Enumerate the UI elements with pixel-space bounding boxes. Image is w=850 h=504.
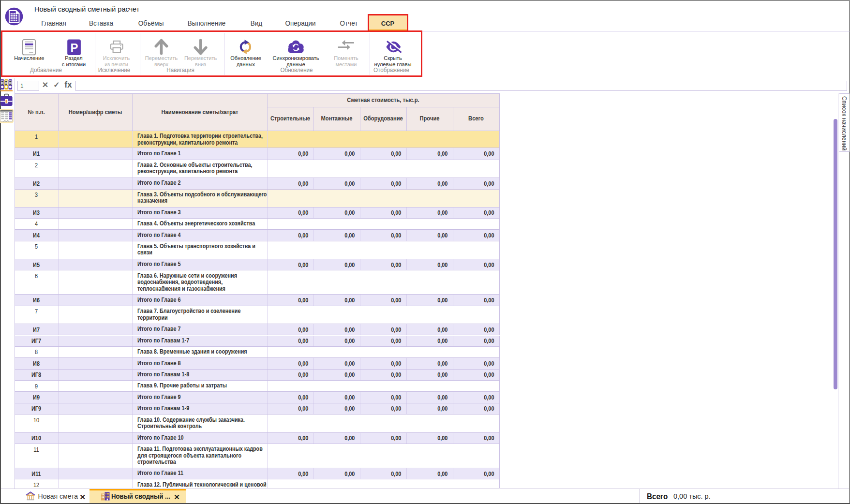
svg-text:P: P [70,41,78,54]
